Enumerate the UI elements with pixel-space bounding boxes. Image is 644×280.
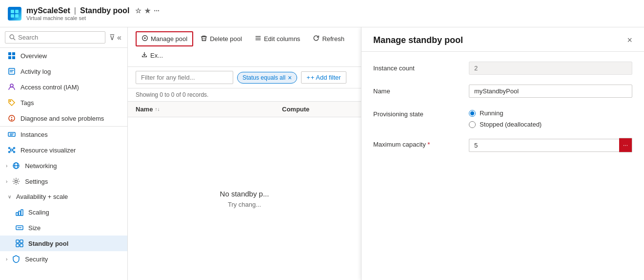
delete-pool-button[interactable]: Delete pool (195, 32, 247, 46)
instance-count-value: 2 (469, 62, 632, 75)
activity-log-label: Activity log (20, 68, 51, 75)
sidebar-item-size[interactable]: Size (0, 220, 127, 236)
panel-body: Instance count 2 Name Provisioning state (362, 52, 644, 162)
sidebar-item-security[interactable]: › Security (0, 251, 127, 267)
sidebar-item-overview[interactable]: Overview (0, 48, 127, 64)
resource-visualizer-icon (8, 146, 16, 154)
svg-rect-35 (19, 211, 20, 215)
provisioning-radio-group: Running Stopped (deallocated) (469, 108, 632, 128)
svg-point-13 (10, 84, 13, 87)
records-info: Showing 0 to 0 of 0 records. (128, 88, 361, 102)
sidebar-item-availability-scale[interactable]: ∨ Availability + scale (0, 189, 127, 204)
more-options-icon[interactable]: ··· (154, 7, 160, 15)
name-label: Name (373, 85, 461, 95)
radio-stopped-input[interactable] (469, 121, 476, 128)
overview-icon (8, 52, 16, 60)
svg-rect-41 (16, 244, 19, 247)
export-icon (141, 51, 148, 60)
svg-rect-2 (11, 14, 14, 18)
search-input-container[interactable] (5, 31, 105, 43)
availability-scale-label: Availability + scale (16, 193, 68, 200)
svg-point-4 (10, 35, 14, 39)
column-compute[interactable]: Compute (282, 106, 353, 113)
search-icon (9, 34, 16, 41)
empty-state: No standby p... Try chang... (128, 117, 361, 280)
empty-title: No standby p... (220, 190, 269, 198)
networking-icon (12, 162, 20, 170)
panel-close-button[interactable]: × (627, 35, 632, 45)
svg-point-14 (10, 101, 11, 102)
table-header: Name ↑↓ Compute (128, 102, 361, 117)
access-control-label: Access control (IAM) (20, 84, 79, 91)
size-icon (16, 224, 23, 232)
security-label: Security (25, 256, 48, 263)
sidebar-item-access-control[interactable]: Access control (IAM) (0, 79, 127, 95)
sidebar-item-resource-visualizer[interactable]: Resource visualizer (0, 142, 127, 158)
filter-input[interactable] (136, 71, 233, 84)
max-capacity-btn[interactable]: ··· (619, 138, 632, 152)
refresh-icon (313, 35, 320, 43)
radio-stopped[interactable]: Stopped (deallocated) (469, 121, 632, 128)
svg-rect-3 (15, 14, 19, 18)
svg-rect-18 (8, 132, 15, 136)
empty-subtitle: Try chang... (228, 201, 261, 208)
activity-log-icon (8, 67, 16, 75)
edit-columns-button[interactable]: Edit columns (249, 32, 305, 46)
panel-header: Manage standby pool × (362, 27, 644, 52)
favorite-outline-icon[interactable]: ☆ (135, 7, 141, 15)
sidebar-item-activity-log[interactable]: Activity log (0, 64, 127, 79)
security-icon (12, 255, 20, 263)
sidebar-item-scaling[interactable]: Scaling (0, 204, 127, 220)
max-capacity-input[interactable] (469, 139, 619, 152)
content-area: Manage pool Delete pool Edit columns Ref… (128, 27, 361, 280)
provisioning-state-value: Running Stopped (deallocated) (469, 108, 632, 128)
add-filter-button[interactable]: + + Add filter (301, 71, 346, 84)
form-row-name: Name (373, 85, 632, 98)
column-name[interactable]: Name ↑↓ (136, 106, 282, 113)
status-filter-label: Status equals all (242, 74, 285, 81)
remove-filter-button[interactable]: × (288, 74, 292, 82)
scaling-icon (16, 208, 23, 216)
svg-rect-9 (12, 56, 15, 59)
svg-rect-10 (9, 68, 15, 74)
radio-running[interactable]: Running (469, 109, 632, 117)
refresh-button[interactable]: Refresh (307, 32, 350, 46)
security-chevron: › (6, 257, 7, 262)
max-capacity-input-group: ··· (469, 138, 632, 152)
radio-running-input[interactable] (469, 110, 476, 117)
add-filter-icon: + (306, 74, 310, 81)
sidebar-item-instances[interactable]: Instances (0, 127, 127, 142)
svg-line-29 (13, 151, 14, 151)
sidebar-item-standby-pool[interactable]: Standby pool (0, 236, 127, 251)
form-row-provisioning: Provisioning state Running Stopped (deal… (373, 108, 632, 128)
main-layout: ⊽ « Overview Activity log Access control… (0, 27, 644, 280)
sidebar-item-settings[interactable]: › Settings (0, 173, 127, 189)
sidebar-item-diagnose[interactable]: Diagnose and solve problems (0, 110, 127, 126)
instances-icon (8, 130, 16, 138)
star-icon[interactable]: ★ (144, 7, 151, 15)
search-input[interactable] (18, 34, 77, 41)
title-separator: | (74, 6, 76, 15)
filter-icon[interactable]: ⊽ (109, 33, 115, 42)
export-button[interactable]: Ex... (136, 48, 168, 63)
diagnose-icon (8, 114, 16, 122)
name-input[interactable] (469, 85, 632, 98)
diagnose-label: Diagnose and solve problems (20, 115, 104, 122)
form-row-max-capacity: Maximum capacity ··· (373, 138, 632, 152)
overview-label: Overview (20, 52, 47, 60)
manage-pool-button[interactable]: Manage pool (136, 31, 193, 46)
instance-count-label: Instance count (373, 62, 461, 72)
sidebar-item-networking[interactable]: › Networking (0, 158, 127, 173)
sidebar-item-tags[interactable]: Tags (0, 95, 127, 110)
tags-icon (8, 99, 16, 107)
sort-icon: ↑↓ (155, 107, 160, 112)
instances-label: Instances (20, 131, 48, 138)
svg-point-33 (15, 180, 18, 183)
resource-visualizer-label: Resource visualizer (20, 147, 76, 154)
resource-name: myScaleSet (26, 6, 70, 15)
page-name: Standby pool (80, 6, 129, 15)
svg-line-5 (14, 39, 16, 41)
collapse-icon[interactable]: « (117, 33, 121, 42)
filter-bar: Status equals all × + + Add filter (128, 67, 361, 88)
svg-rect-1 (15, 10, 19, 13)
